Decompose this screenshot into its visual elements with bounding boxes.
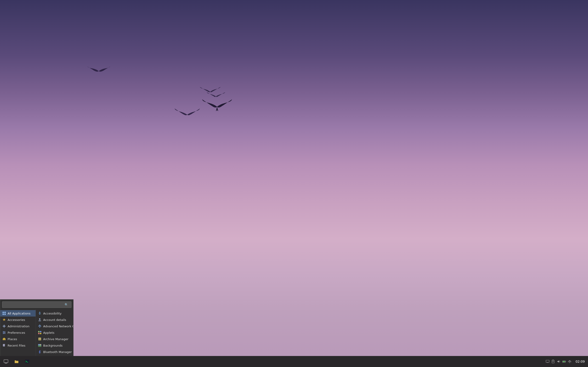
desktop-background [0,0,588,367]
menu-item-accessibility[interactable]: Accessibility [36,310,73,317]
menu-item-preferences[interactable]: Preferences [0,329,36,336]
svg-rect-38 [25,360,29,363]
search-input[interactable] [2,301,71,308]
backgrounds-icon [38,343,42,348]
preferences-label: Preferences [8,331,25,334]
left-panel: All Applications Accessories [0,309,36,356]
menu-item-all-applications[interactable]: All Applications [0,310,36,317]
menu-item-archive-manager[interactable]: Archive Manager [36,336,73,342]
menu-item-accessories[interactable]: Accessories [0,317,36,323]
svg-rect-2 [2,314,4,315]
bluetooth-manager-label: Bluetooth Manager [43,350,72,354]
recent-files-icon [2,343,6,348]
administration-label: Administration [8,325,29,328]
terminal-button[interactable] [22,357,32,367]
volume-icon[interactable] [556,359,561,364]
svg-rect-44 [552,360,554,360]
network-icon [38,324,42,328]
network-status-icon[interactable] [567,359,572,364]
bluetooth-icon [38,350,42,354]
grid-icon [2,311,6,315]
svg-point-50 [569,362,570,363]
menu-item-backgrounds[interactable]: Backgrounds [36,342,73,349]
svg-point-22 [39,318,40,320]
svg-point-34 [40,344,41,345]
svg-point-23 [39,327,40,327]
svg-rect-16 [4,340,5,340]
applets-icon [38,331,42,335]
svg-rect-1 [4,312,6,313]
show-desktop-button[interactable] [1,357,11,367]
svg-rect-7 [4,327,4,328]
svg-rect-25 [40,331,41,332]
svg-rect-30 [39,338,40,338]
menu-item-places[interactable]: Places [0,336,36,342]
recent-files-label: Recent Files [8,344,26,347]
svg-rect-40 [546,360,549,362]
svg-point-15 [3,333,4,334]
svg-rect-27 [40,333,41,334]
clock-display: 02:09 [574,360,586,363]
svg-rect-24 [38,331,40,332]
all-applications-label: All Applications [8,312,31,315]
right-panel: Accessibility Account details [36,309,73,356]
search-field-wrapper: 🔍 [2,301,71,308]
svg-rect-17 [3,344,5,346]
clipboard-icon[interactable] [551,359,555,364]
administration-icon [2,324,6,328]
svg-rect-19 [3,345,4,346]
applets-label: Applets [43,331,54,334]
taskbar-right: 02:09 [544,359,588,364]
places-label: Places [8,337,17,341]
svg-point-13 [3,331,4,332]
accessibility-label: Accessibility [43,312,61,315]
system-tray [544,359,573,364]
archive-manager-label: Archive Manager [43,337,69,341]
svg-rect-36 [5,363,7,363]
battery-icon[interactable] [562,359,566,364]
svg-rect-35 [4,360,8,363]
backgrounds-label: Backgrounds [43,344,62,347]
taskbar: 02:09 [0,356,588,367]
search-bar: 🔍 [0,300,73,309]
svg-rect-48 [565,361,566,362]
svg-rect-49 [563,361,565,362]
advanced-network-label: Advanced Network Configuration [43,325,73,328]
svg-point-14 [4,332,5,333]
taskbar-left [0,357,32,367]
svg-rect-3 [4,314,6,315]
accessibility-icon [38,311,42,315]
menu-item-recent-files[interactable]: Recent Files [0,342,36,349]
svg-rect-37 [5,363,7,364]
account-details-icon [38,318,42,322]
menu-body: All Applications Accessories [0,309,73,356]
svg-rect-26 [38,333,40,334]
menu-item-advanced-network[interactable]: Advanced Network Configuration [36,323,73,329]
accessories-icon [2,318,6,322]
preferences-icon [2,331,6,335]
svg-rect-9 [5,326,6,326]
svg-point-21 [39,312,40,313]
svg-rect-18 [3,345,5,345]
menu-item-administration[interactable]: Administration [0,323,36,329]
screen-icon[interactable] [545,359,550,364]
svg-rect-6 [4,325,4,325]
menu-item-account-details[interactable]: Account details [36,317,73,323]
archive-manager-icon [38,337,42,341]
svg-rect-0 [2,312,4,313]
svg-rect-39 [27,362,28,362]
svg-rect-28 [38,338,41,340]
menu-item-bluetooth-manager[interactable]: Bluetooth Manager [36,349,73,355]
app-menu: 🔍 All Applications [0,299,73,356]
svg-rect-8 [2,326,3,326]
svg-point-5 [4,326,5,327]
account-details-label: Account details [43,318,66,322]
places-icon [2,337,6,341]
birds-decoration [0,0,588,367]
accessories-label: Accessories [8,318,25,322]
file-manager-button[interactable] [11,357,22,367]
menu-item-applets[interactable]: Applets [36,329,73,336]
